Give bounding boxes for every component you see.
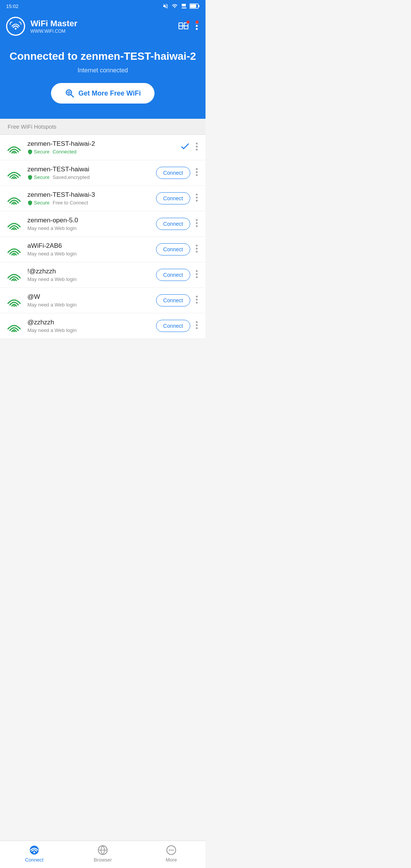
svg-point-20 <box>196 174 198 176</box>
wifi-actions <box>180 141 199 154</box>
wifi-list-item: zenmen-TEST-haiwai-2 SecureConnected <box>0 135 206 160</box>
svg-point-14 <box>196 142 198 144</box>
more-menu-button[interactable] <box>194 20 199 33</box>
wifi-list-item: @zzhzzhMay need a Web loginConnect <box>0 313 206 339</box>
secure-badge: Secure <box>27 200 49 206</box>
wifi-status-text: Connected <box>53 149 76 155</box>
secure-badge: Secure <box>27 174 49 180</box>
svg-point-12 <box>68 93 70 94</box>
wifi-more-button[interactable] <box>194 269 199 281</box>
connected-check-icon <box>180 141 190 154</box>
svg-point-40 <box>196 302 198 303</box>
section-header: Free WiFi Hotspots <box>0 119 206 135</box>
wifi-info: zenmen-TEST-haiwai-3 SecureFree to Conne… <box>27 191 151 206</box>
wifi-info: zenmen-TEST-haiwai SecureSaved,encrypted <box>27 166 151 180</box>
secure-badge: Secure <box>27 149 49 155</box>
wifi-info: !@zzhzzhMay need a Web login <box>27 268 151 282</box>
wifi-actions: Connect <box>156 269 199 281</box>
wifi-signal-icon <box>6 141 22 153</box>
wifi-desc: May need a Web login <box>27 276 76 282</box>
wifi-desc: May need a Web login <box>27 327 76 333</box>
scan-button[interactable] <box>177 20 190 33</box>
wifi-status-icon <box>171 3 178 9</box>
svg-point-27 <box>196 222 198 224</box>
wifi-list-item: zenmen-TEST-haiwai SecureSaved,encrypted… <box>0 160 206 186</box>
wifi-status-text: Free to Connect <box>53 200 88 206</box>
svg-point-44 <box>196 327 198 329</box>
scan-notification-dot <box>186 21 190 24</box>
wifi-actions: Connect <box>156 192 199 204</box>
wifi-list: zenmen-TEST-haiwai-2 SecureConnected zen… <box>0 135 206 339</box>
app-header-left: WiFi Master WWW.WiFi.COM <box>6 17 77 36</box>
wifi-more-button[interactable] <box>194 142 199 153</box>
svg-rect-2 <box>190 5 196 8</box>
wifi-desc: May need a Web login <box>27 225 76 231</box>
connect-button[interactable]: Connect <box>156 243 190 255</box>
wifi-name: !@zzhzzh <box>27 268 151 275</box>
wifi-list-item: zenmen-TEST-haiwai-3 SecureFree to Conne… <box>0 186 206 211</box>
get-more-wifi-button[interactable]: Get More Free WiFi <box>51 83 155 104</box>
svg-point-39 <box>196 298 198 300</box>
wifi-actions: Connect <box>156 218 199 230</box>
connect-button[interactable]: Connect <box>156 294 190 306</box>
hero-title: Connected to zenmen-TEST-haiwai-2 <box>8 49 198 63</box>
wifi-more-button[interactable] <box>194 244 199 255</box>
wifi-signal-icon <box>6 243 22 255</box>
svg-point-26 <box>196 219 198 221</box>
app-logo <box>6 17 25 36</box>
wifi-list-item: zenmen-open-5.0May need a Web loginConne… <box>0 211 206 237</box>
wifi-meta: SecureSaved,encrypted <box>27 174 151 180</box>
app-subtitle: WWW.WiFi.COM <box>30 29 77 34</box>
svg-point-33 <box>13 280 15 281</box>
wifi-name: zenmen-TEST-haiwai-2 <box>27 140 174 148</box>
connect-button[interactable]: Connect <box>156 167 190 179</box>
wifi-status-text: Saved,encrypted <box>53 174 90 180</box>
wifi-actions: Connect <box>156 243 199 255</box>
wifi-name: @zzhzzh <box>27 319 151 326</box>
svg-point-22 <box>196 193 198 195</box>
menu-notification-dot <box>196 21 199 24</box>
svg-point-36 <box>196 276 198 278</box>
wifi-actions: Connect <box>156 167 199 179</box>
wifi-meta: May need a Web login <box>27 276 151 282</box>
svg-point-21 <box>13 203 15 204</box>
svg-point-38 <box>196 295 198 297</box>
svg-point-34 <box>196 270 198 272</box>
connect-button[interactable]: Connect <box>156 192 190 204</box>
wifi-more-button[interactable] <box>194 295 199 306</box>
wifi-signal-icon <box>6 294 22 306</box>
svg-point-37 <box>13 305 15 306</box>
svg-point-24 <box>196 199 198 201</box>
svg-point-16 <box>196 148 198 150</box>
section-header-text: Free WiFi Hotspots <box>8 123 56 130</box>
wifi-meta: May need a Web login <box>27 327 151 333</box>
svg-point-15 <box>196 145 198 147</box>
wifi-meta: SecureConnected <box>27 149 174 155</box>
header-actions <box>177 20 199 33</box>
connect-button[interactable]: Connect <box>156 269 190 281</box>
wifi-signal-icon <box>6 192 22 204</box>
wifi-more-button[interactable] <box>194 320 199 332</box>
connect-button[interactable]: Connect <box>156 218 190 230</box>
battery-icon <box>190 3 199 9</box>
svg-point-19 <box>196 171 198 173</box>
connect-button[interactable]: Connect <box>156 320 190 332</box>
svg-point-35 <box>196 273 198 275</box>
app-title-block: WiFi Master WWW.WiFi.COM <box>30 19 77 34</box>
svg-point-13 <box>13 152 15 153</box>
wifi-info: @WMay need a Web login <box>27 293 151 308</box>
svg-point-25 <box>13 229 15 230</box>
svg-point-18 <box>196 168 198 170</box>
wifi-more-button[interactable] <box>194 193 199 204</box>
wifi-list-item: @WMay need a Web loginConnect <box>0 288 206 313</box>
svg-line-11 <box>71 95 74 97</box>
wifi-more-button[interactable] <box>194 167 199 179</box>
app-header: WiFi Master WWW.WiFi.COM <box>0 12 206 42</box>
svg-point-8 <box>196 25 198 27</box>
wifi-signal-icon <box>6 320 22 332</box>
hero-subtitle: Internet connected <box>8 67 198 74</box>
wifi-more-button[interactable] <box>194 218 199 230</box>
wifi-list-item: !@zzhzzhMay need a Web loginConnect <box>0 262 206 288</box>
wifi-name: zenmen-open-5.0 <box>27 217 151 224</box>
svg-point-31 <box>196 247 198 249</box>
